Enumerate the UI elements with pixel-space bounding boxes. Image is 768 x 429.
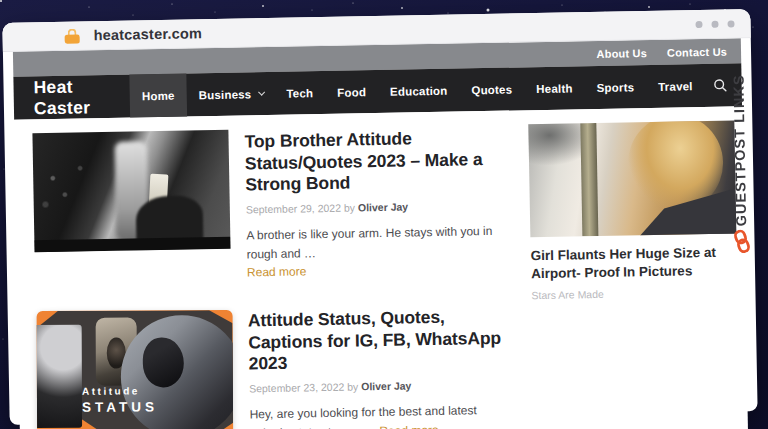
collage-caption: Attitude STATUS: [82, 385, 158, 414]
nav-item-quotes[interactable]: Quotes: [459, 67, 525, 111]
guestpost-watermark: GUESTPOST LINKS: [725, 11, 753, 253]
article-date: September 23, 2022: [249, 381, 344, 395]
nav-item-food[interactable]: Food: [325, 70, 379, 114]
article-meta: September 23, 2022 by Oliver Jay: [249, 378, 511, 395]
nav-item-education[interactable]: Education: [378, 69, 460, 113]
nav-item-home[interactable]: Home: [129, 74, 187, 118]
chain-link-icon: [729, 227, 755, 256]
article-thumbnail-2[interactable]: Attitude STATUS: [37, 310, 234, 429]
article-title[interactable]: Attitude Status, Quotes, Captions for IG…: [248, 305, 511, 375]
article-card-1: Top Brother Attitude Status/Quotes 2023 …: [32, 125, 509, 287]
browser-window: heatcaster.com About Us Contact Us Heat …: [2, 9, 757, 425]
read-more-link[interactable]: Read more: [379, 422, 439, 429]
featured-title[interactable]: Girl Flaunts Her Huge Size at Airport- P…: [531, 243, 738, 282]
nav-item-travel[interactable]: Travel: [646, 64, 705, 108]
article-author: Oliver Jay: [358, 201, 408, 214]
contact-us-link[interactable]: Contact Us: [667, 45, 727, 58]
nav-item-health[interactable]: Health: [524, 66, 585, 110]
search-icon: [713, 78, 728, 93]
about-us-link[interactable]: About Us: [596, 47, 647, 60]
featured-image[interactable]: [528, 120, 736, 237]
starfield-background: [0, 0, 2, 2]
nav-item-tech[interactable]: Tech: [274, 71, 326, 115]
site-frame: About Us Contact Us Heat Caster Home Bus…: [13, 38, 749, 429]
article-excerpt: Hey, are you looking for the best and la…: [249, 401, 512, 429]
site-logo[interactable]: Heat Caster: [13, 75, 130, 119]
article-card-2: Attitude STATUS Attitude Status, Quotes,…: [36, 303, 512, 429]
featured-column: Girl Flaunts Her Huge Size at Airport- P…: [528, 120, 740, 429]
nav-item-sports[interactable]: Sports: [584, 65, 646, 109]
lock-icon: [64, 28, 79, 43]
article-meta: September 29, 2022 by Oliver Jay: [246, 199, 508, 216]
articles-column: Top Brother Attitude Status/Quotes 2023 …: [32, 125, 512, 429]
chevron-down-icon: [258, 89, 265, 96]
article-thumbnail-1[interactable]: [32, 130, 230, 253]
read-more-link[interactable]: Read more: [247, 265, 307, 280]
article-author: Oliver Jay: [361, 379, 411, 392]
featured-category[interactable]: Stars Are Made: [531, 285, 737, 301]
url-text[interactable]: heatcaster.com: [93, 25, 202, 43]
article-title[interactable]: Top Brother Attitude Status/Quotes 2023 …: [244, 127, 507, 197]
article-date: September 29, 2022: [246, 202, 341, 216]
nav-item-business[interactable]: Business: [186, 72, 275, 117]
collage-photo-left: [37, 325, 83, 427]
content-area: Top Brother Attitude Status/Quotes 2023 …: [14, 106, 748, 429]
article-excerpt: A brother is like your arm. He stays wit…: [246, 222, 509, 283]
watermark-text: GUESTPOST LINKS: [729, 11, 749, 226]
